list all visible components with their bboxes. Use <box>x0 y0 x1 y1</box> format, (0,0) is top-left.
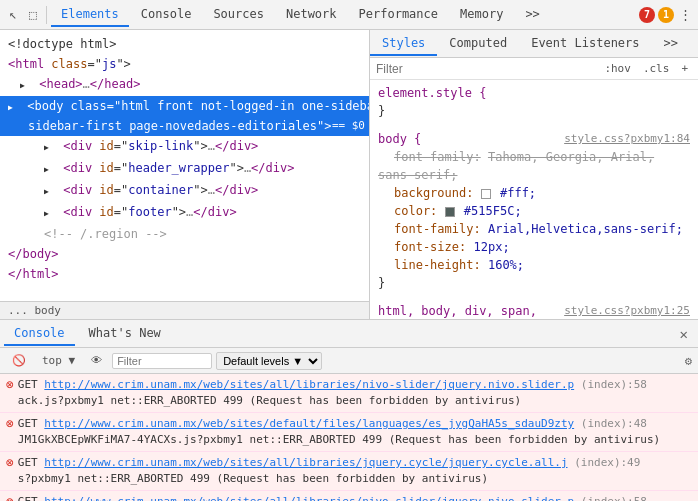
console-filter-input[interactable] <box>112 353 212 369</box>
html-skip-link-line[interactable]: <div id="skip-link">…</div> <box>0 136 369 158</box>
error-icon-1: ⊗ <box>6 377 14 393</box>
css-selector-html-body: html, body, div, span, <box>378 304 537 318</box>
console-tab-whats-new[interactable]: What's New <box>79 322 171 346</box>
styles-filter-input[interactable] <box>376 62 596 76</box>
console-inner-toolbar: 🚫 top ▼ 👁 Default levels ▼ ⚙ <box>0 348 698 374</box>
css-source-html-body[interactable]: style.css?pxbmy1:25 <box>564 302 690 319</box>
tab-console[interactable]: Console <box>131 3 202 27</box>
cursor-icon[interactable]: ↖ <box>4 6 22 24</box>
eye-icon[interactable]: 👁 <box>85 353 108 368</box>
tab-more[interactable]: >> <box>515 3 549 27</box>
html-container-line[interactable]: <div id="container">…</div> <box>0 180 369 202</box>
kebab-menu-icon[interactable]: ⋮ <box>676 6 694 24</box>
styles-tab-styles[interactable]: Styles <box>370 32 437 56</box>
styles-tab-more[interactable]: >> <box>652 32 690 56</box>
error-icon-2: ⊗ <box>6 416 14 432</box>
error-link-1[interactable]: http://www.crim.unam.mx/web/sites/all/li… <box>44 378 574 391</box>
tab-memory[interactable]: Memory <box>450 3 513 27</box>
breadcrumb-text: body <box>35 304 62 317</box>
console-error-row-2: ⊗ GET http://www.crim.unam.mx/web/sites/… <box>0 413 698 452</box>
tab-performance[interactable]: Performance <box>349 3 448 27</box>
css-block-body: body { style.css?pxbmy1:84 font-family: … <box>378 130 690 292</box>
error-icon-3: ⊗ <box>6 455 14 471</box>
console-error-row-1: ⊗ GET http://www.crim.unam.mx/web/sites/… <box>0 374 698 413</box>
console-tabs-bar: Console What's New ✕ <box>0 320 698 348</box>
html-tag: <html <box>8 57 51 71</box>
html-body-line[interactable]: <body class="html front not-logged-in on… <box>0 96 369 136</box>
cls-button[interactable]: .cls <box>639 61 674 76</box>
dollar-zero-badge: == $0 <box>332 117 365 135</box>
error-text-2: GET http://www.crim.unam.mx/web/sites/de… <box>18 416 692 448</box>
console-top-selector[interactable]: top ▼ <box>36 353 81 368</box>
css-source-body[interactable]: style.css?pxbmy1:84 <box>564 130 690 148</box>
error-link-2[interactable]: http://www.crim.unam.mx/web/sites/defaul… <box>44 417 574 430</box>
html-doctype-line[interactable]: <!doctype html> <box>0 34 369 54</box>
badge-group: 7 1 <box>639 7 674 23</box>
error-link-4[interactable]: http://www.crim.unam.mx/web/sites/all/li… <box>44 495 574 501</box>
warning-count-badge: 1 <box>658 7 674 23</box>
color-swatch[interactable] <box>445 207 455 217</box>
tab-sources[interactable]: Sources <box>203 3 274 27</box>
main-toolbar: ↖ ⬚ Elements Console Sources Network Per… <box>0 0 698 30</box>
tab-network[interactable]: Network <box>276 3 347 27</box>
html-footer-line[interactable]: <div id="footer">…</div> <box>0 202 369 224</box>
html-comment-line: <!-- /.region --> <box>0 224 369 244</box>
elements-panel: <!doctype html> <html class="js"> <head>… <box>0 30 370 319</box>
styles-tabs-bar: Styles Computed Event Listeners >> <box>370 30 698 58</box>
html-header-wrapper-line[interactable]: <div id="header_wrapper">…</div> <box>0 158 369 180</box>
error-link-3[interactable]: http://www.crim.unam.mx/web/sites/all/li… <box>44 456 567 469</box>
triangle-footer[interactable] <box>44 203 56 223</box>
elements-content: <!doctype html> <html class="js"> <head>… <box>0 30 369 301</box>
main-split: <!doctype html> <html class="js"> <head>… <box>0 30 698 320</box>
console-error-row-4: ⊗ GET http://www.crim.unam.mx/web/sites/… <box>0 491 698 501</box>
console-content: ⊗ GET http://www.crim.unam.mx/web/sites/… <box>0 374 698 501</box>
error-text-1: GET http://www.crim.unam.mx/web/sites/al… <box>18 377 692 409</box>
css-selector-body: body { <box>378 132 421 146</box>
css-block-element-style: element.style { } <box>378 84 690 120</box>
inspect-icon[interactable]: ⬚ <box>24 6 42 24</box>
body-triangle[interactable] <box>8 97 20 117</box>
triangle-header[interactable] <box>44 159 56 179</box>
triangle-skip[interactable] <box>44 137 56 157</box>
doctype-text: <!doctype html> <box>8 37 116 51</box>
console-close-button[interactable]: ✕ <box>674 324 694 344</box>
console-area: Console What's New ✕ 🚫 top ▼ 👁 Default l… <box>0 320 698 501</box>
styles-tab-computed[interactable]: Computed <box>437 32 519 56</box>
css-block-html-body: html, body, div, span, style.css?pxbmy1:… <box>378 302 690 319</box>
styles-content: element.style { } body { style.css?pxbmy… <box>370 80 698 319</box>
css-selector-element-style: element.style { <box>378 86 486 100</box>
triangle-container[interactable] <box>44 181 56 201</box>
error-loc-3[interactable]: (index):49 <box>574 456 640 469</box>
error-text-3: GET http://www.crim.unam.mx/web/sites/al… <box>18 455 692 487</box>
error-count-badge: 7 <box>639 7 655 23</box>
html-html-close-line[interactable]: </html> <box>0 264 369 284</box>
error-loc-1[interactable]: (index):58 <box>581 378 647 391</box>
html-head-line[interactable]: <head>…</head> <box>0 74 369 96</box>
console-levels-select[interactable]: Default levels ▼ <box>216 352 322 370</box>
elements-breadcrumb: ... body <box>0 301 369 319</box>
clear-console-button[interactable]: 🚫 <box>6 353 32 368</box>
styles-filter-bar: :hov .cls + <box>370 58 698 80</box>
hov-button[interactable]: :hov <box>600 61 635 76</box>
styles-tab-event-listeners[interactable]: Event Listeners <box>519 32 651 56</box>
tab-elements[interactable]: Elements <box>51 3 129 27</box>
error-text-4: GET http://www.crim.unam.mx/web/sites/al… <box>18 494 692 501</box>
console-tab-console[interactable]: Console <box>4 322 75 346</box>
add-style-button[interactable]: + <box>677 61 692 76</box>
html-root-line[interactable]: <html class="js"> <box>0 54 369 74</box>
error-loc-4[interactable]: (index):58 <box>581 495 647 501</box>
error-loc-2[interactable]: (index):48 <box>581 417 647 430</box>
error-icon-4: ⊗ <box>6 494 14 501</box>
styles-panel: Styles Computed Event Listeners >> :hov … <box>370 30 698 319</box>
top-label: top <box>42 354 62 367</box>
console-gear-icon[interactable]: ⚙ <box>685 354 692 368</box>
toolbar-divider <box>46 6 47 24</box>
triangle-head[interactable] <box>20 75 32 95</box>
html-body-close-line[interactable]: </body> <box>0 244 369 264</box>
bg-color-swatch[interactable] <box>481 189 491 199</box>
console-error-row-3: ⊗ GET http://www.crim.unam.mx/web/sites/… <box>0 452 698 491</box>
